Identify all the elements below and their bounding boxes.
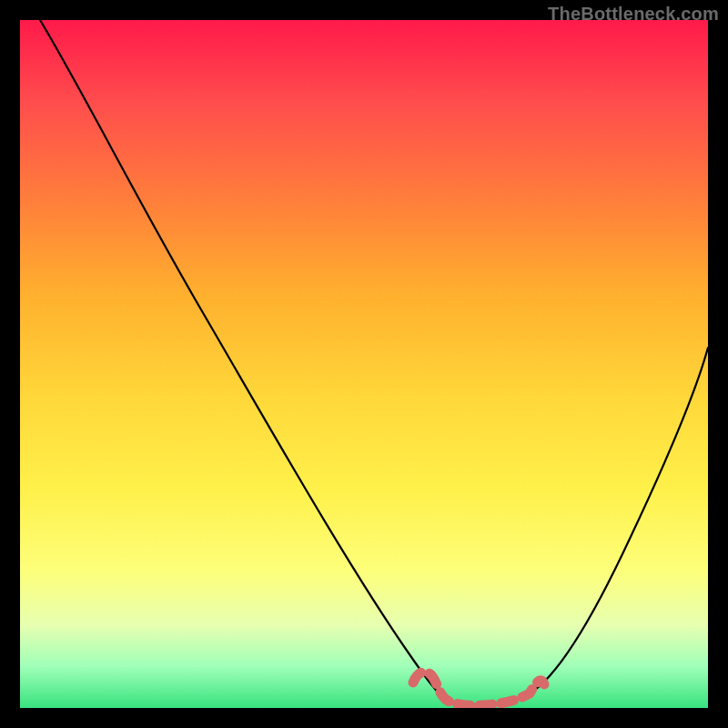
watermark-text: TheBottleneck.com [548,4,719,25]
chart-frame: TheBottleneck.com [0,0,728,728]
flat-marker-path [413,672,544,705]
bottleneck-curve-path [40,20,708,705]
chart-gradient-background [20,20,708,708]
chart-svg [20,20,708,708]
